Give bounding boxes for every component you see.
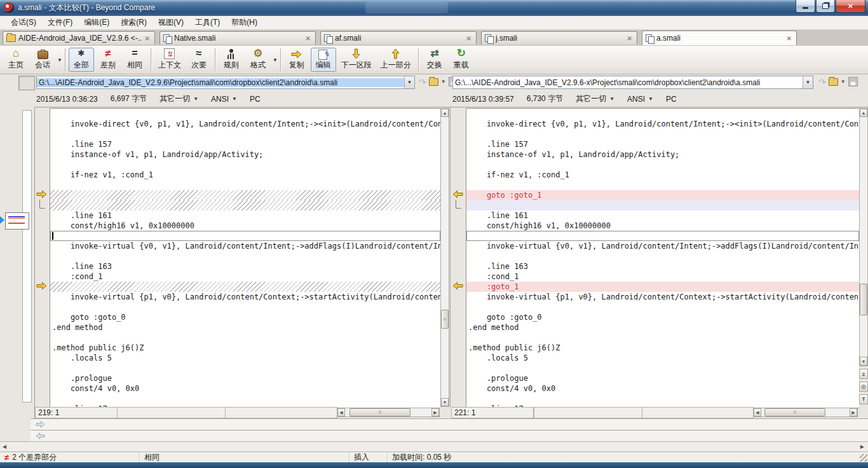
restore-button[interactable]	[816, 0, 835, 13]
code-line[interactable]: .line 163	[466, 261, 859, 272]
tab-close-icon[interactable]: ✕	[304, 35, 312, 42]
left-vertical-scrollbar[interactable]: ▲ ▼ ≡	[440, 108, 449, 407]
code-line[interactable]	[50, 363, 440, 373]
code-line[interactable]	[50, 129, 440, 139]
次要-button[interactable]: ≈次要	[186, 48, 212, 72]
resize-grip[interactable]	[860, 454, 867, 462]
right-line-detail-row[interactable]	[31, 430, 868, 441]
code-line[interactable]	[466, 180, 859, 190]
right-horizontal-scrollbar[interactable]: ◀ ▶ ≡	[753, 408, 858, 417]
code-line[interactable]: .end method	[466, 322, 859, 333]
scroll-up-icon[interactable]: ▲	[441, 109, 449, 117]
code-line[interactable]: instance-of v1, p1, Landroid/app/Activit…	[466, 149, 859, 160]
menu-item-帮助H[interactable]: 帮助(H)	[226, 15, 263, 30]
right-filter-dropdown[interactable]: 其它一切▼	[576, 93, 614, 104]
detail-horizontal-scrollbar[interactable]: ◀ ▶	[0, 441, 868, 451]
code-line[interactable]: :cond_1	[466, 272, 859, 282]
code-line[interactable]: .end method	[50, 322, 440, 333]
right-hscroll-thumb[interactable]: ≡	[764, 408, 825, 416]
scroll-left-icon[interactable]: ◀	[3, 444, 6, 450]
code-line[interactable]	[50, 302, 440, 312]
missing-lines-gap[interactable]	[50, 190, 440, 200]
left-path-field[interactable]: G:\...\AIDE-Android_Java_IDE_V2.9.6\Proj…	[36, 76, 415, 89]
code-line[interactable]	[466, 129, 859, 139]
left-path-text[interactable]: G:\...\AIDE-Android_Java_IDE_V2.9.6\Proj…	[37, 78, 404, 87]
tab-close-icon[interactable]: ✕	[144, 35, 151, 42]
code-line[interactable]	[466, 160, 859, 170]
code-line[interactable]	[50, 160, 440, 170]
tab-close-icon[interactable]: ✕	[465, 35, 473, 42]
pane-divider[interactable]	[450, 107, 451, 407]
code-line[interactable]: .line 163	[50, 261, 440, 272]
missing-lines-gap[interactable]	[50, 200, 440, 210]
scroll-right-icon[interactable]: ▶	[431, 408, 439, 416]
center-diff-button[interactable]: ◎	[859, 382, 868, 392]
chevron-down-icon[interactable]: ▼	[273, 57, 278, 63]
code-line[interactable]: invoke-virtual {p1, v0}, Landroid/conten…	[466, 292, 859, 302]
right-save-icon[interactable]	[848, 77, 858, 86]
code-line[interactable]: .locals 5	[50, 353, 440, 363]
left-path-dropdown-icon[interactable]: ▼	[404, 76, 414, 88]
menu-item-编辑E[interactable]: 编辑(E)	[78, 15, 115, 30]
minimize-button[interactable]	[796, 0, 815, 13]
code-line[interactable]: const/high16 v1, 0x10000000	[466, 221, 859, 231]
right-vertical-scrollbar[interactable]: ▲ ▼	[859, 108, 868, 366]
tab-a.smali[interactable]: a.smali✕	[642, 31, 797, 45]
code-line[interactable]: .line 161	[466, 210, 859, 221]
主页-button[interactable]: ⌂主页	[3, 48, 29, 72]
会话-button[interactable]: 会话	[30, 48, 55, 72]
left-horizontal-scrollbar[interactable]: ◀ ▶ ≡	[337, 408, 440, 417]
code-line[interactable]: .locals 5	[466, 353, 859, 363]
menu-item-搜索R[interactable]: 搜索(R)	[115, 15, 153, 30]
code-line[interactable]	[466, 394, 859, 404]
code-line[interactable]: invoke-direct {v0, p1, v1}, Landroid/con…	[466, 119, 859, 129]
left-undo-icon[interactable]: ↷	[419, 78, 426, 86]
code-line[interactable]: .line 161	[50, 210, 440, 221]
code-line[interactable]	[50, 180, 440, 190]
scroll-right-icon[interactable]: ▶	[850, 408, 857, 416]
相同-button[interactable]: =相同	[122, 48, 147, 72]
code-line[interactable]: .prologue	[50, 373, 440, 383]
left-filter-dropdown[interactable]: 其它一切▼	[159, 93, 198, 104]
right-path-text[interactable]: G:\...\AIDE-Android_Java_IDE_V2.9.6-x\Pr…	[453, 78, 803, 87]
menu-item-文件F[interactable]: 文件(F)	[42, 15, 78, 30]
格式-button[interactable]: ⚙格式	[245, 48, 271, 72]
code-line[interactable]	[466, 302, 859, 312]
差别-button[interactable]: ≠差别	[95, 48, 121, 72]
全部-button[interactable]: ✱全部	[69, 48, 94, 72]
code-line[interactable]: .method public j6()Z	[466, 343, 859, 353]
code-line[interactable]: .prologue	[466, 373, 859, 383]
下一区段-button[interactable]: 下一区段	[337, 48, 376, 72]
code-line[interactable]	[466, 333, 859, 343]
inserted-line[interactable]: :goto_1	[466, 282, 859, 292]
right-scrollbar-thumb[interactable]	[860, 284, 867, 315]
tab-Native.smali[interactable]: Native.smali✕	[159, 31, 316, 45]
menu-item-工具T[interactable]: 工具(T)	[189, 15, 226, 30]
上一部分-button[interactable]: 上一部分	[377, 48, 415, 72]
code-line[interactable]: const/high16 v1, 0x10000000	[50, 221, 440, 231]
scroll-left-icon[interactable]: ◀	[754, 408, 761, 416]
diff-section-marker-arrow-left-icon[interactable]	[452, 190, 463, 198]
重载-button[interactable]: ↻重载	[449, 48, 474, 72]
scroll-left-icon[interactable]: ◀	[337, 408, 345, 416]
menu-item-会话S[interactable]: 会话(S)	[5, 15, 42, 30]
left-line-detail-row[interactable]	[31, 418, 868, 430]
code-line[interactable]: const/4 v0, 0x0	[50, 383, 440, 394]
code-line[interactable]: .line 157	[50, 139, 440, 149]
diff-filler-line[interactable]	[466, 200, 859, 210]
diff-section-marker-arrow-right-icon[interactable]	[36, 190, 47, 198]
code-line[interactable]	[50, 333, 440, 343]
left-scrollbar-thumb[interactable]: ≡	[441, 310, 449, 329]
overview-viewport-box[interactable]	[5, 212, 29, 230]
left-code-editor[interactable]: invoke-direct {v0, p1, v1}, Landroid/con…	[50, 108, 440, 408]
left-hscroll-thumb[interactable]: ≡	[349, 408, 410, 416]
menu-item-视图V[interactable]: 视图(V)	[153, 15, 189, 30]
right-undo-icon[interactable]: ↷	[818, 78, 826, 86]
code-line[interactable]	[466, 363, 859, 373]
right-encoding-dropdown[interactable]: ANSI▼	[627, 95, 653, 104]
right-browse-folder-icon[interactable]	[829, 78, 838, 86]
diff-section-marker-arrow-right-icon[interactable]	[36, 282, 47, 290]
scroll-right-icon[interactable]: ▶	[860, 444, 864, 450]
tab-j.smali[interactable]: j.smali✕	[481, 31, 637, 45]
code-line[interactable]: invoke-virtual {p1, v0}, Landroid/conten…	[50, 292, 440, 302]
